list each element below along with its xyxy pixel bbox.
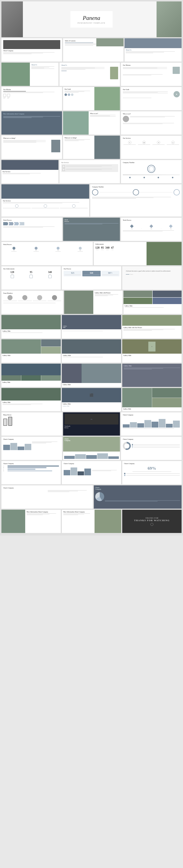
gallery6-label: Gallery Slide	[123, 355, 181, 356]
our-goals-2-label: Our Goals	[123, 89, 180, 90]
about-us-2-label: About Us	[31, 64, 57, 66]
wwa2-avatar	[123, 116, 129, 122]
gallery4-label: Gallery Slide	[2, 355, 60, 356]
oa-lab2: Items	[30, 274, 33, 275]
charts2-label: Charts Company	[3, 438, 60, 440]
slide-row-10: Our Achievements 128 Items 95 Items 340 …	[1, 266, 182, 289]
slide-notebook-device: ■■ NotebookDevice	[63, 412, 120, 436]
wwa2-l3	[123, 123, 174, 123]
os4-ic3	[72, 205, 75, 208]
oa-num1: 128	[10, 271, 14, 274]
prog-bar1	[7, 465, 59, 467]
os1-icon4: ▲	[166, 140, 180, 146]
wwa2-l2	[130, 117, 165, 117]
legend3-label	[134, 447, 180, 447]
line-label-1: A	[3, 465, 7, 467]
slide-row-8: Work Process 1 2 3 4 WorkProcess Work	[1, 218, 182, 241]
slide-thanks: Thanks For THANKS FOR WATCHING	[122, 510, 182, 533]
slide-gallery-5: Gallery Slide	[62, 339, 121, 363]
om1-l1	[123, 67, 167, 67]
ach1-lab2: Clients	[101, 249, 104, 250]
bar8	[173, 421, 180, 428]
gallery3-l1	[63, 331, 103, 331]
wp4-sl1	[11, 251, 16, 252]
slide-charts-4: Charts Company	[121, 437, 182, 460]
charts5-label: Charts Company	[3, 463, 59, 464]
title-center: Panena PowerPoint Template	[70, 11, 113, 28]
charts2-bars	[3, 441, 31, 450]
slide-gallery-2: Gallery Slide	[1, 315, 61, 338]
gallery1-label: Gallery Slide	[124, 305, 181, 307]
ic2-l	[138, 145, 150, 145]
tm-avatar4	[52, 295, 57, 300]
l4	[31, 68, 54, 69]
minfo2-label: More Information About Company	[27, 511, 59, 513]
tm-avatar2	[22, 295, 27, 300]
phone-label: Phone Device	[3, 414, 60, 416]
gallery12-label: Gallery Slide	[123, 408, 181, 410]
notebook-label: NotebookDevice	[65, 426, 119, 429]
charts8-label: ChartsCompany	[95, 487, 180, 490]
gc2	[153, 291, 182, 297]
os2-l1	[2, 173, 41, 174]
wp4-sl3	[56, 251, 61, 252]
slide-row-3: Our Mission Our Go	[1, 87, 182, 110]
slide-gallery-with-picture: Gallery Slide with Picture	[64, 291, 122, 314]
slide-who-we-are-1: Who we are?	[63, 111, 120, 134]
slide-row-18: Charts Company A B C D	[1, 461, 182, 484]
om1-l2	[123, 68, 157, 68]
pct-l1	[133, 471, 171, 472]
our-goals-1-label: Our Goals	[65, 88, 93, 90]
slide-about-us-3: About Us	[60, 63, 120, 86]
prog-bar3	[7, 469, 35, 470]
slide-who-we-are-2: Who we are?	[121, 111, 182, 134]
slide-phone-device: Phone Device	[1, 412, 62, 436]
gallery-one-label: Gallery Slide with One Picture	[123, 327, 181, 329]
wwa1-img	[63, 111, 89, 134]
wd2-l2	[65, 140, 84, 140]
line-label-4: D	[3, 470, 7, 471]
tm-avatar1	[7, 295, 12, 300]
phone-mockup-2	[8, 417, 12, 426]
os2-label: Our Services	[2, 171, 58, 173]
wp1-s3: 3	[14, 222, 19, 225]
ct2-c1: ○	[92, 189, 98, 195]
c8-l1	[105, 500, 180, 501]
more-info-1-label: More information about Company	[3, 113, 60, 115]
os3-l1	[66, 165, 112, 166]
gallery3-overlay-text: GallerySlide	[63, 326, 67, 328]
gallery6-figure: ▲	[148, 342, 155, 351]
l2	[31, 67, 49, 67]
ach1-num1: 128	[95, 246, 100, 249]
wd2-img	[94, 136, 120, 159]
gallery2-main-img	[1, 315, 61, 329]
slide-gallery-6: ▲ Gallery Slide	[122, 339, 182, 363]
slide-achievements-1: Achievements 128 Projects 95 Clients 340…	[94, 242, 182, 265]
wp3-step2: Step	[150, 228, 152, 229]
wp4-sl4	[78, 251, 83, 252]
os2-bg-img	[1, 160, 59, 170]
about-us-3-label: About Us	[61, 64, 118, 66]
slide-our-goals-1: Our Goals	[63, 87, 120, 110]
wp1-l1	[3, 226, 54, 227]
slide-row-19: Charts Company	[1, 485, 182, 508]
au3-accent	[61, 71, 67, 71]
ct2-l2	[92, 197, 153, 198]
g7-sub2	[21, 375, 41, 381]
bar3	[137, 423, 144, 428]
slide-gallery-3: GallerySlide	[62, 315, 121, 338]
slide-row-15: Gallery Slide ⬛ Gallery Slide Gallery Sl…	[1, 388, 182, 411]
charts1-label: Charts Company	[123, 414, 180, 416]
ach1-num3: 340	[105, 246, 110, 249]
go-l3	[123, 330, 152, 331]
legend1-label	[134, 444, 180, 445]
wd1-l1	[3, 140, 46, 141]
stat-dot1	[124, 473, 125, 474]
charts1-l1	[123, 429, 174, 429]
om2-l2	[3, 92, 54, 92]
gallery1-grid	[123, 291, 182, 304]
os4-label: Our Services	[3, 200, 88, 202]
about-us-2-img	[1, 63, 30, 86]
wp1-s2: 2	[9, 222, 13, 225]
charts69-label: Charts Company	[124, 463, 180, 464]
